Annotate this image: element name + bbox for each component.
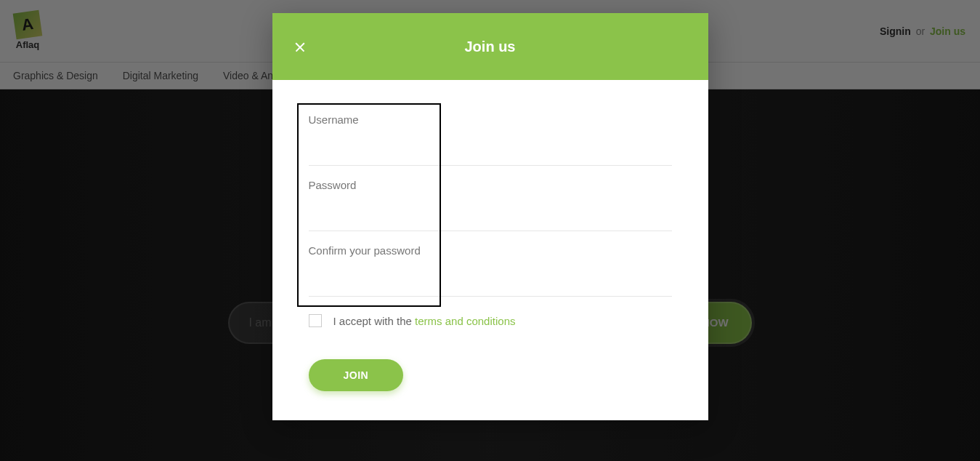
modal-title: Join us <box>464 39 515 55</box>
join-button[interactable]: JOIN <box>309 359 404 391</box>
username-group: Username <box>309 100 672 166</box>
password-group: Password <box>309 166 672 231</box>
terms-prefix: I accept with the <box>333 315 416 327</box>
confirm-password-input[interactable] <box>309 257 672 273</box>
username-label: Username <box>309 113 672 126</box>
terms-link[interactable]: terms and conditions <box>415 315 515 327</box>
join-modal: Join us Username Password Confirm your p… <box>272 13 708 420</box>
close-icon[interactable] <box>294 41 306 52</box>
modal-header: Join us <box>272 13 708 80</box>
terms-checkbox[interactable] <box>309 314 322 327</box>
terms-text: I accept with the terms and conditions <box>333 315 516 327</box>
modal-body: Username Password Confirm your password … <box>272 80 708 420</box>
confirm-password-label: Confirm your password <box>309 244 672 257</box>
password-label: Password <box>309 179 672 191</box>
password-input[interactable] <box>309 191 672 208</box>
username-input[interactable] <box>309 126 672 143</box>
confirm-password-group: Confirm your password <box>309 231 672 297</box>
terms-row: I accept with the terms and conditions <box>309 297 672 337</box>
